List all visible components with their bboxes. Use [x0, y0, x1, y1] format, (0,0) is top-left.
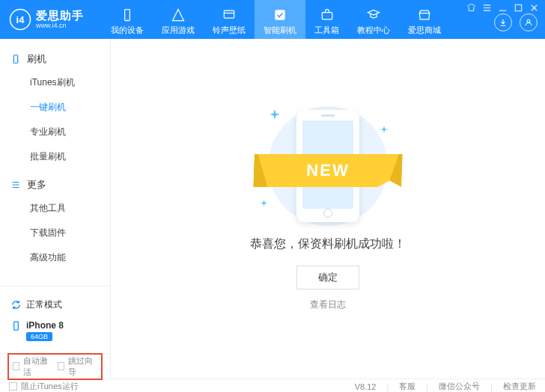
brand-name: 爱思助手: [36, 10, 84, 21]
device-mode-text: 正常模式: [26, 298, 62, 311]
svg-rect-6: [275, 10, 284, 19]
tab-label: 我的设备: [111, 25, 144, 36]
svg-point-8: [527, 19, 530, 22]
highlighted-options: 自动激活 跳过向导: [7, 353, 103, 380]
svg-rect-10: [14, 322, 19, 330]
tab-toolbox[interactable]: 工具箱: [305, 0, 348, 39]
wechat-link[interactable]: 微信公众号: [439, 381, 480, 392]
block-itunes-checkbox[interactable]: 阻止iTunes运行: [9, 381, 79, 392]
svg-text:i4: i4: [16, 14, 25, 25]
sidebar: 刷机 iTunes刷机 一键刷机 专业刷机 批量刷机 更多 其他工具 下载固件 …: [0, 39, 111, 379]
menu-icon[interactable]: [482, 3, 492, 13]
version-label: V8.12: [355, 382, 377, 391]
confirm-button[interactable]: 确定: [296, 266, 359, 290]
new-ribbon: NEW: [253, 154, 403, 187]
maximize-icon[interactable]: [514, 3, 523, 13]
download-button[interactable]: [494, 13, 512, 31]
device-capacity-badge: 64GB: [26, 332, 52, 341]
tab-my-device[interactable]: 我的设备: [102, 0, 153, 39]
svg-point-4: [127, 19, 127, 19]
success-illustration: NEW: [253, 106, 403, 226]
tab-label: 智能刷机: [264, 25, 296, 36]
result-title: 恭喜您，保资料刷机成功啦！: [250, 236, 406, 252]
customer-service-link[interactable]: 客服: [399, 381, 415, 392]
device-info-row[interactable]: iPhone 8 64GB: [0, 316, 110, 346]
window-controls: [466, 3, 539, 13]
sparkle-icon: [261, 200, 267, 206]
minimize-icon[interactable]: [498, 3, 508, 13]
svg-rect-0: [515, 4, 521, 10]
device-status-block: 正常模式 iPhone 8 64GB: [0, 286, 110, 353]
statusbar: 阻止iTunes运行 V8.12 | 客服 | 微信公众号 | 检查更新: [0, 379, 545, 392]
device-mode-row[interactable]: 正常模式: [0, 294, 110, 316]
sidebar-group-more[interactable]: 更多: [0, 174, 110, 196]
skip-guide-checkbox[interactable]: 跳过向导: [58, 355, 94, 378]
tab-label: 工具箱: [314, 25, 339, 36]
sidebar-item-itunes-flash[interactable]: iTunes刷机: [0, 70, 110, 95]
tab-flash[interactable]: 智能刷机: [255, 0, 305, 39]
svg-rect-9: [13, 55, 17, 64]
view-log-link[interactable]: 查看日志: [310, 298, 346, 311]
sidebar-item-download-fw[interactable]: 下载固件: [0, 221, 110, 245]
checkbox-label: 阻止iTunes运行: [21, 381, 79, 392]
device-name: iPhone 8: [26, 320, 64, 331]
tab-label: 教程中心: [357, 25, 390, 36]
tab-store[interactable]: 爱思商城: [399, 0, 450, 39]
tab-label: 爱思商城: [408, 25, 441, 36]
sidebar-group-label: 更多: [27, 178, 46, 192]
tab-tutorials[interactable]: 教程中心: [348, 0, 399, 39]
svg-rect-5: [224, 10, 234, 18]
phone-icon: [10, 320, 22, 331]
checkbox-label: 自动激活: [23, 355, 49, 378]
check-update-link[interactable]: 检查更新: [503, 381, 536, 392]
close-icon[interactable]: [529, 3, 539, 13]
sidebar-item-oneclick-flash[interactable]: 一键刷机: [0, 95, 110, 120]
user-button[interactable]: [520, 13, 538, 31]
checkbox-label: 跳过向导: [68, 355, 94, 378]
tab-label: 铃声壁纸: [213, 25, 246, 36]
sidebar-group-flash[interactable]: 刷机: [0, 48, 110, 70]
tab-label: 应用游戏: [162, 25, 195, 36]
sidebar-item-pro-flash[interactable]: 专业刷机: [0, 120, 110, 144]
app-logo: i4 爱思助手 www.i4.cn: [9, 8, 84, 31]
sparkle-icon: [380, 126, 388, 133]
sparkle-icon: [270, 109, 280, 120]
options-row: 自动激活 跳过向导: [0, 353, 110, 379]
titlebar: i4 爱思助手 www.i4.cn 我的设备 应用游戏 铃声壁纸 智能刷机 工具…: [0, 0, 545, 39]
tshirt-icon[interactable]: [466, 3, 476, 13]
sidebar-item-advanced[interactable]: 高级功能: [0, 245, 110, 270]
svg-rect-7: [322, 13, 332, 19]
tab-ringtones[interactable]: 铃声壁纸: [204, 0, 255, 39]
brand-url: www.i4.cn: [36, 22, 84, 29]
top-tabs: 我的设备 应用游戏 铃声壁纸 智能刷机 工具箱 教程中心 爱思商城: [102, 0, 450, 39]
sidebar-group-label: 刷机: [27, 52, 46, 66]
sidebar-item-other-tools[interactable]: 其他工具: [0, 196, 110, 221]
auto-activate-checkbox[interactable]: 自动激活: [13, 355, 49, 378]
logo-icon: i4: [9, 8, 31, 31]
content-pane: NEW 恭喜您，保资料刷机成功啦！ 确定 查看日志: [111, 39, 545, 379]
main-area: 刷机 iTunes刷机 一键刷机 专业刷机 批量刷机 更多 其他工具 下载固件 …: [0, 39, 545, 379]
sidebar-item-batch-flash[interactable]: 批量刷机: [0, 144, 110, 169]
tab-apps[interactable]: 应用游戏: [153, 0, 204, 39]
refresh-icon: [10, 299, 22, 310]
